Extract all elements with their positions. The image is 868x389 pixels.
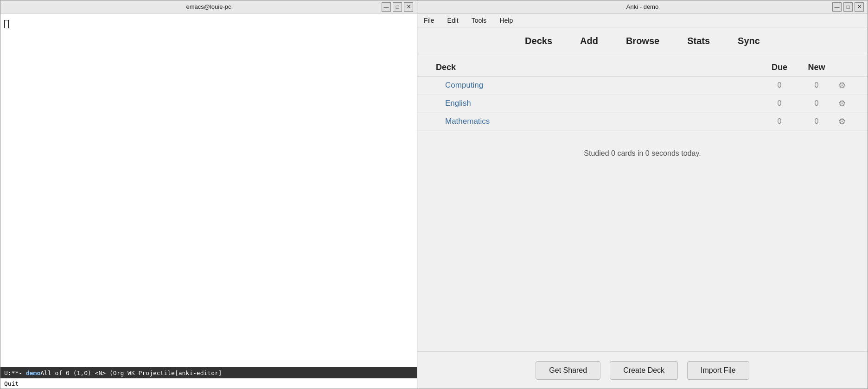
menu-tools[interactable]: Tools bbox=[469, 15, 490, 26]
emacs-maximize-button[interactable]: □ bbox=[393, 2, 402, 12]
emacs-minibuffer-text: Quit bbox=[4, 380, 19, 387]
toolbar-add[interactable]: Add bbox=[575, 33, 603, 49]
anki-menubar: File Edit Tools Help bbox=[417, 13, 868, 27]
deck-header-new-label: New bbox=[798, 63, 835, 72]
emacs-cursor bbox=[4, 20, 9, 28]
menu-file[interactable]: File bbox=[421, 15, 437, 26]
deck-header-due-label: Due bbox=[761, 63, 798, 72]
emacs-titlebar: emacs@louie-pc — □ ✕ bbox=[0, 0, 417, 13]
table-row[interactable]: Computing 0 0 ⚙ bbox=[417, 77, 868, 95]
anki-minimize-button[interactable]: — bbox=[832, 2, 842, 12]
anki-maximize-button[interactable]: □ bbox=[843, 2, 853, 12]
deck-due-1: 0 bbox=[761, 99, 798, 108]
anki-toolbar: Decks Add Browse Stats Sync bbox=[417, 27, 868, 55]
deck-header: Deck Due New bbox=[417, 55, 868, 77]
anki-title: Anki - demo bbox=[626, 3, 658, 10]
deck-header-deck-label: Deck bbox=[436, 63, 761, 72]
deck-new-1: 0 bbox=[798, 99, 835, 108]
modeline-status: U:**- bbox=[4, 370, 22, 376]
emacs-minibuffer: Quit bbox=[0, 378, 417, 389]
deck-name-2[interactable]: Mathematics bbox=[445, 117, 761, 126]
anki-window: Anki - demo — □ ✕ File Edit Tools Help D… bbox=[417, 0, 868, 389]
emacs-body[interactable] bbox=[0, 13, 417, 367]
toolbar-browse[interactable]: Browse bbox=[621, 33, 664, 49]
gear-icon-0[interactable]: ⚙ bbox=[835, 80, 849, 90]
get-shared-button[interactable]: Get Shared bbox=[536, 361, 600, 380]
emacs-titlebar-controls: — □ ✕ bbox=[382, 2, 413, 12]
anki-close-button[interactable]: ✕ bbox=[855, 2, 864, 12]
deck-due-0: 0 bbox=[761, 81, 798, 89]
emacs-minimize-button[interactable]: — bbox=[382, 2, 391, 12]
anki-titlebar-controls: — □ ✕ bbox=[832, 2, 864, 12]
anki-content: Deck Due New Computing 0 0 ⚙ English 0 0… bbox=[417, 55, 868, 351]
deck-new-0: 0 bbox=[798, 81, 835, 89]
modeline-buffername: demo bbox=[26, 370, 40, 376]
deck-name-1[interactable]: English bbox=[445, 99, 761, 108]
import-file-button[interactable]: Import File bbox=[687, 361, 749, 380]
gear-icon-1[interactable]: ⚙ bbox=[835, 98, 849, 108]
emacs-window: emacs@louie-pc — □ ✕ U:**- demo All of 0… bbox=[0, 0, 417, 389]
emacs-title: emacs@louie-pc bbox=[186, 3, 231, 10]
menu-edit[interactable]: Edit bbox=[445, 15, 461, 26]
emacs-close-button[interactable]: ✕ bbox=[404, 2, 413, 12]
anki-titlebar: Anki - demo — □ ✕ bbox=[417, 0, 868, 13]
table-row[interactable]: English 0 0 ⚙ bbox=[417, 95, 868, 113]
deck-new-2: 0 bbox=[798, 117, 835, 126]
table-row[interactable]: Mathematics 0 0 ⚙ bbox=[417, 113, 868, 131]
toolbar-decks[interactable]: Decks bbox=[520, 33, 557, 49]
studied-text: Studied 0 cards in 0 seconds today. bbox=[417, 149, 868, 158]
toolbar-stats[interactable]: Stats bbox=[683, 33, 715, 49]
deck-due-2: 0 bbox=[761, 117, 798, 126]
modeline-rest: All of 0 (1,0) <N> (Org WK Projectile[an… bbox=[40, 370, 222, 376]
anki-footer: Get Shared Create Deck Import File bbox=[417, 351, 868, 389]
create-deck-button[interactable]: Create Deck bbox=[610, 361, 678, 380]
deck-rows: Computing 0 0 ⚙ English 0 0 ⚙ Mathematic… bbox=[417, 77, 868, 131]
deck-name-0[interactable]: Computing bbox=[445, 81, 761, 90]
emacs-modeline: U:**- demo All of 0 (1,0) <N> (Org WK Pr… bbox=[0, 367, 417, 378]
toolbar-sync[interactable]: Sync bbox=[733, 33, 765, 49]
menu-help[interactable]: Help bbox=[497, 15, 516, 26]
gear-icon-2[interactable]: ⚙ bbox=[835, 116, 849, 127]
